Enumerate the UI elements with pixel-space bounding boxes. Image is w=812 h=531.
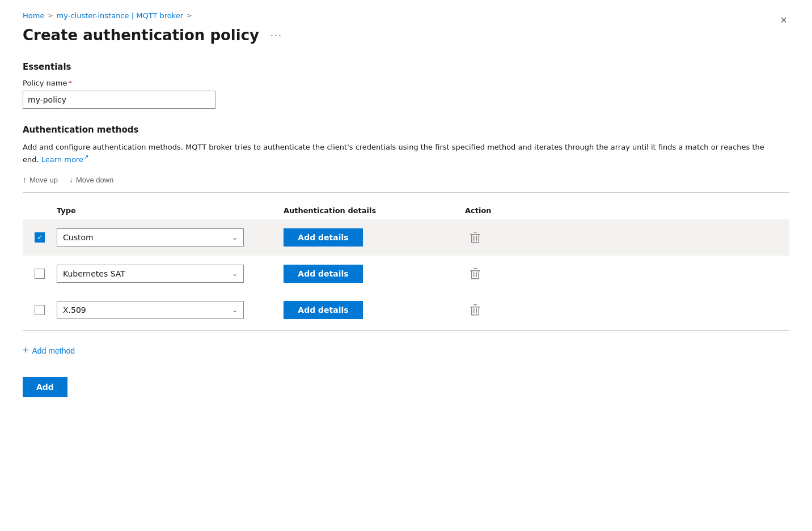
policy-name-input[interactable]	[23, 91, 215, 109]
table-row: Kubernetes SAT ⌄ Add details	[23, 256, 789, 292]
trash-icon	[470, 231, 481, 244]
row-3-auth-details-cell: Add details	[284, 301, 465, 319]
breadcrumb-sep-1: >	[48, 12, 53, 19]
row-3-delete-button[interactable]	[465, 301, 485, 318]
policy-name-label: Policy name*	[23, 79, 789, 87]
row-1-checkbox[interactable]	[35, 232, 45, 243]
move-down-button[interactable]: ↓ Move down	[69, 173, 113, 186]
row-1-type-select[interactable]: Custom ⌄	[57, 228, 244, 247]
breadcrumb-sep-2: >	[187, 12, 192, 19]
svg-rect-5	[473, 236, 475, 241]
svg-rect-20	[476, 308, 477, 313]
row-1-type-value: Custom	[63, 233, 94, 242]
page-container: Home > my-cluster-instance | MQTT broker…	[0, 0, 812, 531]
move-up-button[interactable]: ↑ Move up	[23, 173, 58, 186]
svg-rect-9	[471, 270, 472, 279]
table-row: Custom ⌄ Add details	[23, 219, 789, 256]
row-3-chevron-icon: ⌄	[232, 306, 238, 314]
row-1-add-details-button[interactable]: Add details	[284, 228, 363, 247]
row-2-add-details-button[interactable]: Add details	[284, 265, 363, 283]
trash-icon	[470, 267, 481, 280]
footer: Add	[23, 377, 789, 397]
svg-rect-2	[471, 234, 472, 243]
row-3-type-cell: X.509 ⌄	[57, 301, 284, 319]
trash-icon	[470, 304, 481, 316]
col-header-action: Action	[465, 206, 533, 215]
arrow-down-icon: ↓	[69, 175, 73, 184]
svg-rect-15	[473, 304, 477, 305]
breadcrumb: Home > my-cluster-instance | MQTT broker…	[23, 11, 789, 20]
add-method-button[interactable]: + Add method	[23, 340, 75, 361]
row-2-auth-details-cell: Add details	[284, 265, 465, 283]
row-1-delete-button[interactable]	[465, 229, 485, 246]
auth-methods-description: Add and configure authentication methods…	[23, 142, 783, 165]
row-1-type-cell: Custom ⌄	[57, 228, 284, 247]
svg-rect-13	[476, 272, 477, 277]
svg-rect-1	[473, 232, 477, 233]
add-button[interactable]: Add	[23, 377, 67, 397]
row-3-type-select[interactable]: X.509 ⌄	[57, 301, 244, 319]
breadcrumb-instance[interactable]: my-cluster-instance | MQTT broker	[57, 11, 184, 20]
col-header-type: Type	[57, 206, 284, 215]
auth-methods-title: Authentication methods	[23, 125, 789, 135]
row-1-chevron-icon: ⌄	[232, 233, 238, 241]
svg-rect-3	[479, 234, 480, 243]
svg-rect-11	[471, 278, 479, 279]
row-2-action-cell	[465, 265, 533, 282]
svg-rect-10	[479, 270, 480, 279]
learn-more-link[interactable]: Learn more↗	[41, 155, 88, 164]
row-3-checkbox[interactable]	[35, 305, 45, 315]
svg-rect-16	[471, 307, 472, 315]
table-header: Type Authentication details Action	[23, 202, 789, 219]
row-3-add-details-button[interactable]: Add details	[284, 301, 363, 319]
col-header-checkbox	[23, 206, 57, 215]
row-2-delete-button[interactable]	[465, 265, 485, 282]
table-row: X.509 ⌄ Add details	[23, 292, 789, 328]
arrow-up-icon: ↑	[23, 175, 27, 184]
row-1-auth-details-cell: Add details	[284, 228, 465, 247]
row-1-action-cell	[465, 229, 533, 246]
essentials-section: Essentials Policy name*	[23, 62, 789, 109]
essentials-title: Essentials	[23, 62, 789, 72]
external-link-icon: ↗	[83, 154, 88, 161]
auth-methods-section: Authentication methods Add and configure…	[23, 125, 789, 361]
row-1-checkbox-cell	[23, 232, 57, 243]
breadcrumb-home[interactable]: Home	[23, 11, 44, 20]
svg-rect-8	[473, 268, 477, 269]
svg-rect-6	[476, 236, 477, 241]
toolbar: ↑ Move up ↓ Move down	[23, 173, 789, 193]
col-header-auth-details: Authentication details	[284, 206, 465, 215]
auth-methods-table: Type Authentication details Action Custo…	[23, 202, 789, 361]
svg-rect-17	[479, 307, 480, 315]
row-3-action-cell	[465, 301, 533, 318]
plus-icon: +	[23, 345, 29, 356]
row-3-checkbox-cell	[23, 305, 57, 315]
row-2-type-select[interactable]: Kubernetes SAT ⌄	[57, 265, 244, 283]
required-marker: *	[68, 79, 72, 87]
page-header: Create authentication policy ···	[23, 27, 789, 44]
svg-rect-18	[471, 315, 479, 316]
svg-rect-19	[473, 308, 475, 313]
row-3-type-value: X.509	[63, 305, 86, 315]
row-2-checkbox[interactable]	[35, 269, 45, 279]
add-method-row: + Add method	[23, 330, 789, 361]
row-2-chevron-icon: ⌄	[232, 270, 238, 278]
close-button[interactable]: ×	[778, 11, 789, 29]
row-2-type-cell: Kubernetes SAT ⌄	[57, 265, 284, 283]
svg-rect-4	[471, 242, 479, 243]
more-options-button[interactable]: ···	[266, 27, 287, 44]
row-2-checkbox-cell	[23, 269, 57, 279]
page-title: Create authentication policy	[23, 27, 259, 44]
row-2-type-value: Kubernetes SAT	[63, 269, 125, 278]
svg-rect-12	[473, 272, 475, 277]
